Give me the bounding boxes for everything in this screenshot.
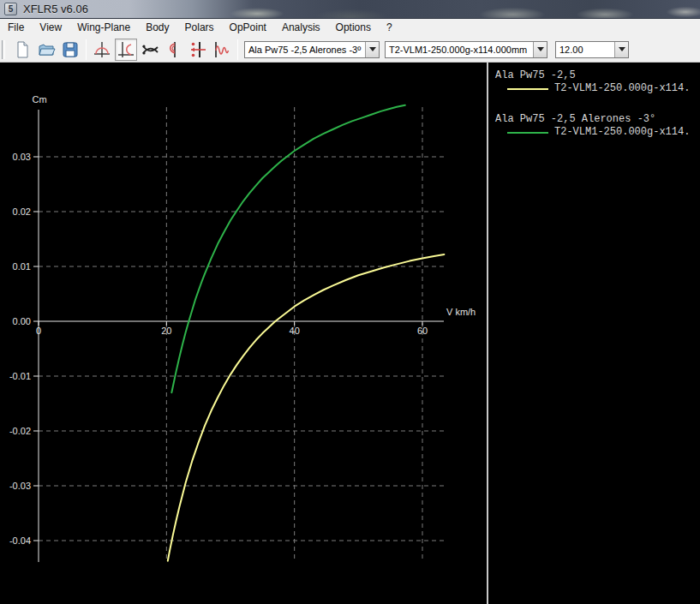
menu-analysis[interactable]: Analysis [274, 19, 328, 37]
legend-plane-name: Ala Pw75 -2,5 [495, 69, 700, 82]
open-folder-icon [37, 40, 56, 59]
plane-combo-value: Ala Pw75 -2,5 Alerones -3º [245, 45, 365, 55]
curve-color-swatch [507, 88, 548, 90]
stability-view-button[interactable] [211, 39, 233, 61]
stability-wave-icon [212, 40, 231, 59]
save-button[interactable] [59, 39, 81, 61]
toolbar-grip[interactable] [2, 40, 5, 59]
chart-panel[interactable]: 0.030.020.010.00-0.01-0.02-0.03-0.040204… [0, 63, 487, 604]
svg-text:-0.01: -0.01 [9, 371, 31, 381]
menu-body[interactable]: Body [138, 19, 176, 37]
menu-polars[interactable]: Polars [177, 19, 222, 37]
curve-color-swatch [507, 132, 548, 134]
svg-text:-0.02: -0.02 [9, 426, 31, 436]
menu-view[interactable]: View [32, 19, 69, 37]
title-bar[interactable]: 5 XFLR5 v6.06 [0, 0, 700, 19]
polar-combo[interactable]: T2-VLM1-250.000g-x114.000mm [385, 41, 547, 58]
legend-polar-name: T2-VLM1-250.000g-x114. [554, 126, 690, 139]
legend-entry[interactable]: Ala Pw75 -2,5 Alerones -3° T2-VLM1-250.0… [495, 113, 700, 139]
svg-text:-0.03: -0.03 [9, 481, 31, 491]
legend-plane-name: Ala Pw75 -2,5 Alerones -3° [495, 113, 700, 126]
chevron-down-icon[interactable] [533, 42, 547, 57]
oppoint-curve-icon [117, 40, 135, 59]
chevron-down-icon[interactable] [614, 42, 628, 57]
polar-axes-icon [93, 40, 111, 59]
3d-view-button[interactable] [139, 39, 161, 61]
menu-options[interactable]: Options [328, 19, 379, 37]
main-toolbar: Ala Pw75 -2,5 Alerones -3º T2-VLM1-250.0… [0, 37, 700, 63]
span-distribution-button[interactable] [187, 39, 209, 61]
oppoint-view-button[interactable] [115, 39, 137, 61]
xflr5-app-icon: 5 [4, 3, 17, 15]
legend-entry[interactable]: Ala Pw75 -2,5 T2-VLM1-250.000g-x114. [495, 69, 700, 95]
svg-text:-0.04: -0.04 [9, 535, 31, 546]
xflr5-window: 5 XFLR5 v6.06 File View Wing-Plane Body … [0, 0, 700, 604]
plane-combo[interactable]: Ala Pw75 -2,5 Alerones -3º [244, 41, 380, 58]
menu-help[interactable]: ? [379, 19, 400, 37]
span-distribution-icon [188, 40, 207, 59]
svg-text:40: 40 [290, 326, 300, 336]
svg-text:20: 20 [161, 326, 171, 336]
svg-text:0: 0 [36, 326, 41, 336]
client-area: 0.030.020.010.00-0.01-0.02-0.03-0.040204… [0, 63, 700, 604]
open-file-button[interactable] [35, 39, 57, 61]
3d-scissors-icon [141, 40, 159, 59]
svg-text:60: 60 [417, 326, 428, 336]
menu-oppoint[interactable]: OpPoint [222, 19, 274, 37]
svg-text:0.00: 0.00 [13, 316, 31, 326]
menu-file[interactable]: File [0, 19, 32, 37]
save-icon [61, 40, 80, 59]
cm-vs-speed-chart[interactable]: 0.030.020.010.00-0.01-0.02-0.03-0.040204… [0, 63, 487, 604]
menu-wing-plane[interactable]: Wing-Plane [69, 19, 138, 37]
svg-text:0.03: 0.03 [13, 152, 31, 162]
oppoint-combo[interactable]: 12.00 [555, 41, 629, 58]
window-title: XFLR5 v6.06 [23, 3, 88, 15]
svg-text:V km/h: V km/h [446, 307, 476, 317]
toolbar-separator [86, 39, 87, 60]
polar-view-button[interactable] [91, 39, 113, 61]
svg-text:Cm: Cm [32, 94, 46, 105]
oppoint-combo-value: 12.00 [556, 45, 614, 55]
new-file-icon [13, 40, 32, 59]
toolbar-separator [237, 39, 238, 60]
legend-polar-name: T2-VLM1-250.000g-x114. [554, 82, 690, 95]
svg-text:0.01: 0.01 [13, 261, 31, 272]
polar-combo-value: T2-VLM1-250.000g-x114.000mm [386, 45, 533, 55]
svg-text:0.02: 0.02 [13, 206, 31, 217]
chevron-down-icon[interactable] [365, 42, 379, 57]
cp-distribution-icon [165, 40, 183, 59]
cp-view-button[interactable] [163, 39, 185, 61]
new-file-button[interactable] [11, 39, 33, 61]
menu-bar: File View Wing-Plane Body Polars OpPoint… [0, 19, 700, 37]
legend-panel: Ala Pw75 -2,5 T2-VLM1-250.000g-x114. Ala… [488, 63, 700, 604]
